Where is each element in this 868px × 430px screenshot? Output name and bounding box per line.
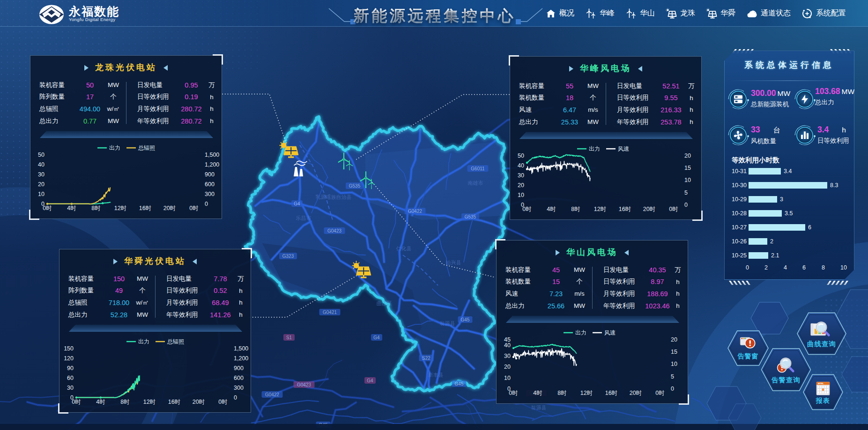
- svg-text:S22: S22: [422, 356, 430, 361]
- svg-text:G0422: G0422: [408, 209, 422, 214]
- svg-text:总辐照: 总辐照: [138, 145, 155, 151]
- svg-text:G45: G45: [461, 317, 470, 322]
- svg-text:10: 10: [684, 177, 691, 183]
- svg-text:G535: G535: [349, 183, 361, 189]
- svg-text:G45: G45: [455, 381, 464, 386]
- svg-text:0时: 0时: [522, 206, 531, 212]
- svg-text:20: 20: [518, 182, 524, 189]
- svg-text:8时: 8时: [91, 205, 100, 211]
- svg-text:0时: 0时: [72, 399, 81, 405]
- svg-text:12时: 12时: [114, 205, 126, 211]
- svg-text:1,200: 1,200: [234, 355, 248, 362]
- svg-text:5: 5: [671, 373, 674, 380]
- svg-text:8时: 8时: [120, 399, 129, 405]
- svg-text:报表: 报表: [816, 397, 830, 404]
- svg-text:0: 0: [671, 386, 674, 392]
- svg-text:仁化县: 仁化县: [396, 246, 412, 251]
- svg-text:20: 20: [38, 181, 45, 188]
- svg-text:8时: 8时: [571, 206, 580, 212]
- svg-text:0时: 0时: [655, 390, 664, 396]
- svg-text:出力: 出力: [109, 145, 120, 151]
- svg-text:16时: 16时: [139, 205, 151, 211]
- svg-text:20: 20: [504, 364, 511, 370]
- svg-text:风速: 风速: [604, 329, 616, 336]
- svg-text:16时: 16时: [619, 206, 631, 212]
- svg-text:APRIL: APRIL: [818, 382, 824, 385]
- svg-text:10: 10: [504, 375, 511, 381]
- svg-text:45: 45: [504, 336, 511, 343]
- svg-text:50: 50: [38, 152, 45, 158]
- svg-text:告警查询: 告警查询: [772, 376, 801, 384]
- svg-text:600: 600: [205, 181, 215, 188]
- svg-text:30: 30: [504, 353, 511, 359]
- svg-text:900: 900: [234, 365, 244, 372]
- svg-text:15: 15: [671, 349, 677, 355]
- svg-text:4时: 4时: [67, 205, 76, 211]
- svg-text:12时: 12时: [143, 399, 156, 405]
- svg-text:30: 30: [518, 172, 524, 179]
- svg-text:G4: G4: [367, 378, 373, 383]
- svg-text:0时: 0时: [669, 206, 678, 212]
- svg-text:S1: S1: [286, 335, 292, 340]
- svg-text:10: 10: [518, 192, 524, 198]
- svg-text:告警窗: 告警窗: [738, 352, 759, 360]
- svg-text:G323: G323: [282, 254, 294, 259]
- svg-text:20: 20: [671, 336, 677, 343]
- svg-text:1,500: 1,500: [234, 345, 248, 352]
- svg-text:G0423: G0423: [327, 228, 341, 233]
- svg-text:G0421: G0421: [323, 310, 337, 315]
- svg-text:40: 40: [518, 162, 524, 169]
- svg-text:G0423: G0423: [297, 382, 311, 387]
- svg-text:G0422: G0422: [265, 392, 279, 397]
- svg-text:G4: G4: [373, 335, 380, 340]
- svg-text:16时: 16时: [605, 390, 617, 396]
- svg-text:风速: 风速: [618, 146, 629, 152]
- svg-text:40: 40: [38, 161, 45, 168]
- svg-text:0时: 0时: [189, 205, 198, 211]
- svg-text:翁源县: 翁源县: [440, 321, 455, 326]
- svg-text:0时: 0时: [218, 399, 227, 405]
- svg-text:0: 0: [684, 202, 688, 208]
- svg-text:0时: 0时: [509, 390, 518, 396]
- svg-text:20时: 20时: [643, 206, 655, 212]
- svg-text:20时: 20时: [163, 205, 176, 211]
- svg-text:12时: 12时: [594, 206, 606, 212]
- svg-text:1,200: 1,200: [205, 161, 219, 168]
- svg-text:90: 90: [67, 365, 74, 372]
- svg-text:300: 300: [234, 385, 244, 391]
- svg-text:5: 5: [684, 189, 688, 196]
- svg-text:总辐照: 总辐照: [167, 338, 184, 345]
- svg-text:始兴县: 始兴县: [445, 260, 461, 265]
- svg-text:4时: 4时: [96, 399, 105, 405]
- svg-text:1,500: 1,500: [205, 152, 219, 158]
- svg-text:150: 150: [64, 345, 74, 352]
- svg-text:G6011: G6011: [471, 166, 485, 171]
- svg-text:300: 300: [205, 191, 215, 197]
- svg-text:乳源瑶族自治县: 乳源瑶族自治县: [316, 194, 352, 200]
- svg-text:曲线查询: 曲线查询: [807, 340, 836, 348]
- svg-text:G535: G535: [465, 214, 476, 219]
- svg-text:60: 60: [67, 375, 74, 381]
- svg-text:10: 10: [38, 191, 45, 197]
- svg-text:15: 15: [684, 165, 691, 171]
- svg-text:16时: 16时: [168, 399, 180, 405]
- svg-text:4时: 4时: [533, 390, 542, 396]
- svg-text:20时: 20时: [630, 390, 642, 396]
- svg-text:4时: 4时: [547, 206, 556, 212]
- svg-text:900: 900: [205, 171, 215, 178]
- svg-text:8时: 8时: [557, 390, 566, 396]
- svg-text:10: 10: [671, 361, 677, 367]
- svg-text:50: 50: [518, 153, 524, 159]
- svg-text:南雄市: 南雄市: [468, 180, 483, 186]
- svg-text:12时: 12时: [580, 390, 593, 396]
- svg-text:20时: 20时: [193, 399, 205, 405]
- svg-text:30: 30: [67, 385, 74, 391]
- svg-text:30: 30: [38, 171, 45, 178]
- svg-text:出力: 出力: [138, 338, 149, 345]
- svg-text:翁源县: 翁源县: [531, 405, 547, 410]
- svg-text:G4: G4: [294, 201, 300, 206]
- svg-text:120: 120: [64, 355, 74, 362]
- svg-text:40: 40: [504, 342, 511, 349]
- svg-text:乐昌市: 乐昌市: [296, 215, 312, 221]
- svg-text:曲江区: 曲江区: [377, 300, 392, 306]
